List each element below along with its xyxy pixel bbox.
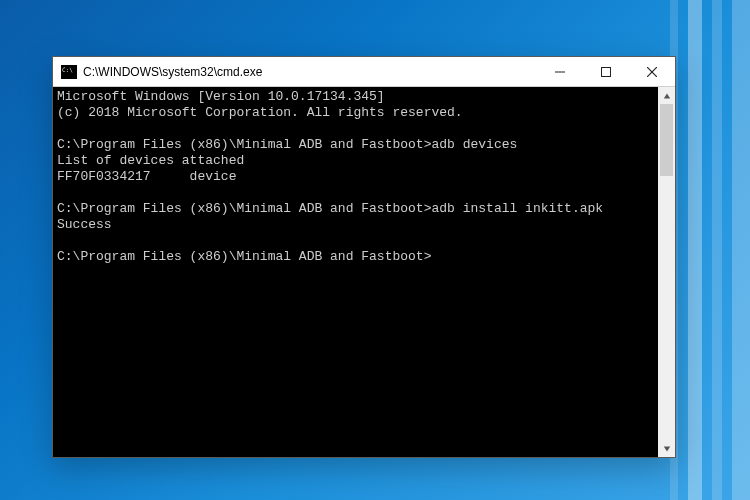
chevron-down-icon: [663, 445, 671, 453]
terminal-line: C:\Program Files (x86)\Minimal ADB and F…: [57, 201, 654, 217]
terminal-line: List of devices attached: [57, 153, 654, 169]
svg-rect-0: [555, 71, 565, 72]
scrollbar-track[interactable]: [658, 104, 675, 440]
terminal-line: (c) 2018 Microsoft Corporation. All righ…: [57, 105, 654, 121]
minimize-icon: [555, 67, 565, 77]
close-icon: [647, 67, 657, 77]
cmd-icon: [61, 65, 77, 79]
terminal-output[interactable]: Microsoft Windows [Version 10.0.17134.34…: [53, 87, 658, 457]
svg-rect-1: [602, 67, 611, 76]
close-button[interactable]: [629, 57, 675, 86]
wallpaper-ray: [732, 0, 750, 500]
scroll-up-button[interactable]: [658, 87, 675, 104]
minimize-button[interactable]: [537, 57, 583, 86]
window-title: C:\WINDOWS\system32\cmd.exe: [83, 65, 262, 79]
wallpaper-ray: [712, 0, 722, 500]
terminal-area: Microsoft Windows [Version 10.0.17134.34…: [53, 87, 675, 457]
chevron-up-icon: [663, 92, 671, 100]
titlebar[interactable]: C:\WINDOWS\system32\cmd.exe: [53, 57, 675, 87]
svg-marker-4: [663, 93, 669, 98]
terminal-line: C:\Program Files (x86)\Minimal ADB and F…: [57, 137, 654, 153]
terminal-line: FF70F0334217 device: [57, 169, 654, 185]
cmd-window: C:\WINDOWS\system32\cmd.exe Microsoft Wi…: [52, 56, 676, 458]
scroll-down-button[interactable]: [658, 440, 675, 457]
wallpaper-ray: [688, 0, 702, 500]
terminal-line: [57, 185, 654, 201]
terminal-line: Microsoft Windows [Version 10.0.17134.34…: [57, 89, 654, 105]
scrollbar-thumb[interactable]: [660, 104, 673, 176]
terminal-line: [57, 233, 654, 249]
vertical-scrollbar[interactable]: [658, 87, 675, 457]
terminal-line: C:\Program Files (x86)\Minimal ADB and F…: [57, 249, 654, 265]
svg-marker-5: [663, 446, 669, 451]
maximize-button[interactable]: [583, 57, 629, 86]
terminal-line: Success: [57, 217, 654, 233]
terminal-line: [57, 121, 654, 137]
maximize-icon: [601, 67, 611, 77]
